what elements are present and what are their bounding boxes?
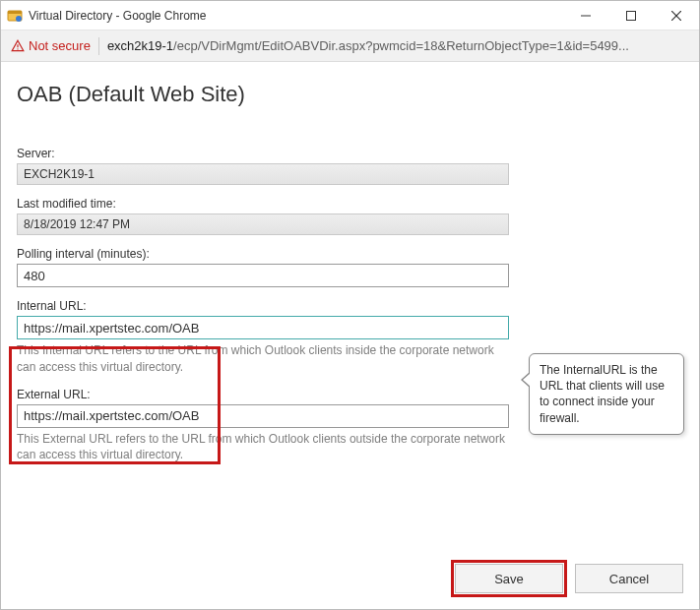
tooltip-callout: The InternalURL is the URL that clients … — [529, 353, 684, 435]
addressbar-divider — [98, 37, 99, 55]
window-title: Virtual Directory - Google Chrome — [29, 9, 563, 23]
modified-field: Last modified time: 8/18/2019 12:47 PM — [17, 197, 683, 235]
button-row: Save Cancel — [455, 564, 683, 593]
window-controls — [563, 1, 699, 30]
minimize-button[interactable] — [563, 1, 608, 30]
app-icon — [7, 8, 23, 24]
polling-label: Polling interval (minutes): — [17, 247, 683, 261]
polling-input[interactable] — [17, 264, 509, 287]
close-button[interactable] — [654, 1, 699, 30]
save-button[interactable]: Save — [455, 564, 563, 593]
svg-rect-1 — [8, 11, 22, 14]
cancel-button[interactable]: Cancel — [575, 564, 683, 593]
internal-url-input[interactable] — [17, 316, 509, 339]
content-area: OAB (Default Web Site) Server: EXCH2K19-… — [1, 62, 699, 463]
tooltip-text: The InternalURL is the URL that clients … — [540, 363, 665, 425]
polling-field: Polling interval (minutes): — [17, 247, 683, 287]
not-secure-indicator[interactable]: Not secure — [11, 38, 91, 53]
server-label: Server: — [17, 147, 683, 160]
modified-value: 8/18/2019 12:47 PM — [17, 214, 509, 235]
window-titlebar: Virtual Directory - Google Chrome — [1, 1, 699, 30]
maximize-button[interactable] — [608, 1, 654, 30]
not-secure-label: Not secure — [29, 38, 91, 53]
address-bar: Not secure exch2k19-1/ecp/VDirMgmt/EditO… — [1, 30, 699, 62]
svg-point-2 — [16, 16, 22, 22]
internal-url-label: Internal URL: — [17, 299, 683, 313]
url-text[interactable]: exch2k19-1/ecp/VDirMgmt/EditOABVDir.aspx… — [107, 38, 629, 53]
server-value: EXCH2K19-1 — [17, 163, 509, 185]
modified-label: Last modified time: — [17, 197, 683, 211]
highlight-annotation — [9, 346, 221, 464]
warning-icon — [11, 39, 25, 53]
svg-point-8 — [17, 48, 18, 49]
svg-rect-4 — [627, 11, 636, 20]
server-field: Server: EXCH2K19-1 — [17, 147, 683, 185]
url-path: /ecp/VDirMgmt/EditOABVDir.aspx?pwmcid=18… — [173, 38, 629, 53]
page-title: OAB (Default Web Site) — [17, 82, 683, 107]
url-host: exch2k19-1 — [107, 38, 173, 53]
